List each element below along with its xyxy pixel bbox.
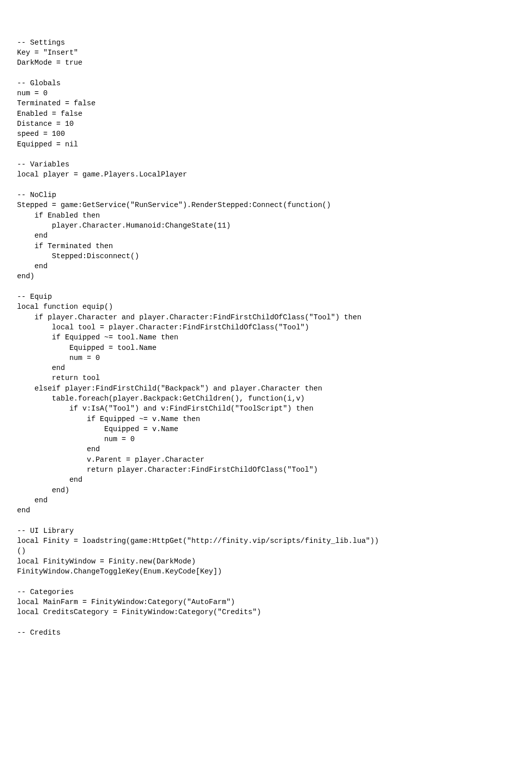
code-document: -- Settings Key = "Insert" DarkMode = tr…	[17, 38, 515, 638]
